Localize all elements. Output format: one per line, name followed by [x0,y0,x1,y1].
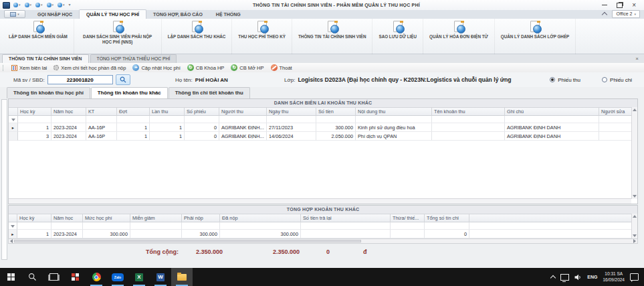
show-hidden-icons-button[interactable] [550,275,556,280]
column-header[interactable]: Số tiền [316,108,356,116]
doc-tab-tong-hop-thua-thieu[interactable]: TỔNG HỢP THỪA THIẾU HỌC PHÍ [90,54,177,63]
column-header[interactable]: Năm học [51,108,86,116]
tab-he-thong[interactable]: HỆ THỐNG [209,10,247,19]
horizontal-scrollbar[interactable] [9,198,631,204]
column-header[interactable]: Người thu [219,108,267,116]
ribbon-tab-strip: ▾ GỌI NHẬP HỌC QUẢN LÝ THU HỌC PHÍ TỔNG … [0,10,644,19]
close-button[interactable]: × [632,2,636,9]
table-row[interactable]: ▸12023-2024AA-16P110AGRIBANK ĐỊNH...27/1… [9,123,637,132]
window-menu-button[interactable]: ▾ [4,10,25,18]
volume-icon[interactable] [574,274,582,281]
ribbon-button[interactable]: THU HỌC PHÍ THEO KỲ [232,19,292,54]
search-button[interactable] [116,74,130,85]
column-header[interactable]: Lần thu [150,108,185,116]
vertical-scrollbar[interactable] [631,214,637,238]
language-indicator[interactable]: ENG [587,275,597,279]
style-selector-button[interactable]: Office 2▾ [612,10,640,18]
column-header[interactable]: Số tiền trả lại [301,214,391,222]
table-cell: 2023-2024 [51,230,83,238]
ribbon-button[interactable]: QUẢN LÝ DANH SÁCH LỚP GHÉP [495,19,576,54]
column-header[interactable]: Ngày thu [267,108,316,116]
scroll-right-icon[interactable] [633,239,636,243]
column-header[interactable]: Số phiếu [185,108,219,116]
scroll-left-icon[interactable] [10,239,13,243]
scroll-down-icon[interactable] [633,195,637,198]
quick-access-button[interactable]: ▾ [13,3,21,7]
chrome-button[interactable] [86,268,107,286]
plus-circle-icon [132,64,139,71]
action-center-icon[interactable] [630,273,639,281]
column-header[interactable] [469,214,637,222]
tab-goi-nhap-hoc[interactable]: GỌI NHẬP HỌC [31,10,79,19]
scroll-up-icon[interactable] [633,215,637,218]
filter-row[interactable] [9,116,637,123]
subtab-khoan-thu-hoc-phi[interactable]: Thông tin khoản thu học phí [7,87,90,98]
subtab-chi-tiet-khoan-thu[interactable]: Thông tin chi tiết khoản thu [169,87,250,98]
window-title: THÔNG TIN TÀI CHÍNH SINH VIÊN - PHẦN MỀM… [71,3,603,7]
table-cell: 3 [18,132,51,141]
column-header[interactable]: Tổng số tín chi [425,214,469,222]
horizontal-scrollbar[interactable] [8,238,638,244]
pinned-app-button[interactable] [64,268,86,286]
column-header[interactable]: KT [86,108,117,116]
tab-tong-hop-bao-cao[interactable]: TỔNG HỢP, BÁO CÁO [146,10,209,19]
table-row[interactable]: 32023-2024AA-16P110AGRIBANK ĐỊNH...14/06… [9,132,637,141]
column-header[interactable]: Thừa/ thiế... [391,214,425,222]
scroll-down-icon[interactable] [633,234,637,237]
start-button[interactable] [0,268,21,286]
column-header[interactable]: Tên khoản thu [432,108,505,116]
phieu-chi-radio[interactable]: Phiếu chi [602,72,632,87]
subtab-khoan-thu-khac[interactable]: Thông tin khoản thu khác [91,87,168,98]
tab-quan-ly-thu-hoc-phi[interactable]: QUẢN LÝ THU HỌC PHÍ [79,9,146,19]
taskbar-search-button[interactable] [21,268,43,286]
quick-access-button[interactable]: ▾ [35,3,43,7]
scroll-up-icon[interactable] [633,109,637,111]
xem-chi-tiet-button[interactable]: Xem chi tiết học phần đã nộp [51,65,128,71]
column-header[interactable]: Ghi chú [505,108,599,116]
task-view-button[interactable] [43,268,64,286]
student-id-input[interactable] [47,75,113,84]
ribbon-button[interactable]: DANH SÁCH SINH VIÊN PHẢI NỘP HỌC PHÍ (NN… [74,19,162,54]
excel-button[interactable]: X [128,268,150,286]
column-header[interactable]: Đợt [117,108,150,116]
quick-access-button[interactable]: ▾ [58,3,65,7]
vertical-scrollbar[interactable] [631,107,637,199]
quick-access-button[interactable]: ▾ [25,3,32,7]
column-header[interactable]: Mức học phí [83,214,130,222]
ribbon-button-label: QUẢN LÝ HÓA ĐƠN ĐIỆN TỬ [429,34,488,40]
minimize-button[interactable] [602,5,607,5]
column-header[interactable]: Nội dung thu [356,108,432,116]
network-icon[interactable] [560,274,569,281]
thoat-button[interactable]: Thoát [268,64,295,71]
cb-mo-hp-button[interactable]: CB Mở HP [228,64,266,71]
ribbon-button[interactable]: LẬP DANH SÁCH MIỄN GIẢM [3,19,74,54]
phieu-thu-radio[interactable]: Phiếu thu [550,72,580,87]
zalo-button[interactable]: Zalo [107,268,128,286]
side-splitter[interactable] [1,99,7,260]
ribbon-button[interactable]: THÔNG TIN TÀI CHÍNH SINH VIÊN [292,19,372,54]
doc-tab-thong-tin-tai-chinh[interactable]: THÔNG TIN TÀI CHÍNH SINH VIÊN [2,54,89,63]
filter-row[interactable] [9,222,637,230]
column-header[interactable]: Học kỳ [17,214,51,222]
column-header[interactable]: Năm học [51,214,83,222]
table-row[interactable]: ▸12023-2024300.000300.000300.0000 [9,230,637,238]
table-cell: 1 [150,123,185,132]
word-button[interactable]: W [150,268,171,286]
ribbon-button[interactable]: QUẢN LÝ HÓA ĐƠN ĐIỆN TỬ [423,19,495,54]
ribbon-button[interactable]: SAO LƯU DỮ LIỆU [372,19,423,54]
scrollbar-thumb[interactable] [14,240,361,242]
restore-button[interactable] [617,3,623,8]
xem-bien-lai-button[interactable]: Xem biên lai [9,65,49,71]
cap-nhat-hoc-phi-button[interactable]: Cập nhật Học phí [130,64,183,71]
collapse-ribbon-icon[interactable] [602,12,607,17]
clock[interactable]: 10:31 SA16/09/2024 [603,271,625,283]
column-header[interactable]: Đã nộp [220,214,301,222]
file-explorer-button[interactable] [171,268,193,286]
cb-khoa-hp-button[interactable]: CB Khóa HP [185,64,227,71]
tab-close-icon[interactable]: × [635,55,639,63]
column-header[interactable]: Miễn giảm [130,214,182,222]
column-header[interactable]: Phải nộp [182,214,220,222]
ribbon-button[interactable]: LẬP DANH SÁCH THU KHÁC [162,19,233,54]
column-header[interactable]: Học kỳ [18,108,51,116]
quick-access-button[interactable]: ▾ [47,3,54,7]
